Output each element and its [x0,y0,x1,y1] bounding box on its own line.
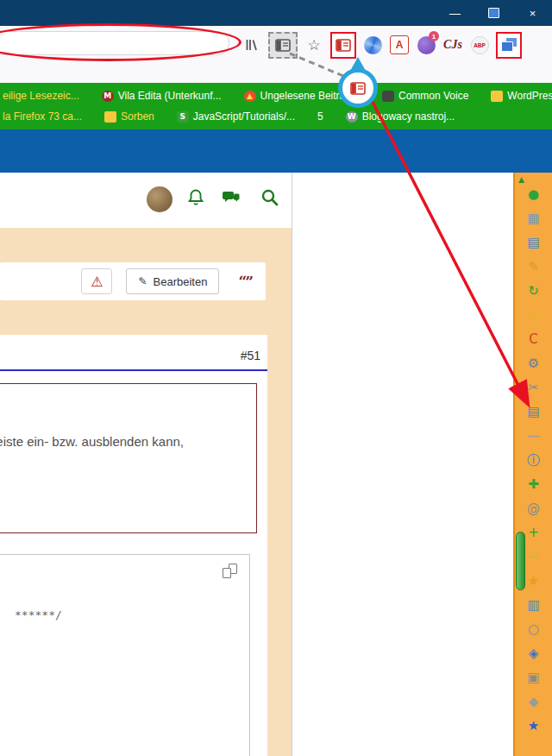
adblock-extension-button[interactable]: ABP [469,33,490,57]
close-button[interactable]: × [513,0,552,26]
bookmark-favicon: M [102,91,114,102]
sidebar-strip-icon[interactable]: ▤ [525,235,543,251]
sidebar-strip-icon[interactable]: @ [525,501,543,517]
reader-sidebar-extension-button[interactable] [330,32,356,59]
post-divider-rule [0,369,267,371]
window-stack-icon [500,36,518,54]
forum-background: ⚠ ✎ Bearbeiten “” #51 Leiste ein- bzw. a… [0,228,292,756]
edit-button[interactable]: ✎ Bearbeiten [126,268,219,294]
bookmark-item[interactable]: Common Voice [382,90,468,102]
bookmark-label: Common Voice [398,90,468,102]
sidebar-strip-icon[interactable]: + [525,525,543,541]
sidebar-strip-icon[interactable]: ○ [525,621,543,638]
sidebar-strip-icon[interactable]: ▦ [525,211,543,227]
purple-extension-button[interactable]: 1 [416,33,436,57]
bookmark-label: JavaScript/Tutorials/... [193,110,295,123]
notifications-bell-icon[interactable] [186,188,205,211]
library-icon[interactable] [242,33,262,57]
sidebar-strip-icon[interactable]: ✚ [525,476,543,493]
messages-icon[interactable] [221,191,242,210]
avatar[interactable] [147,186,172,212]
bookmark-label: 5 [317,110,323,123]
bookmark-item[interactable]: la Firefox 73 ca... [3,110,82,123]
report-warning-button[interactable]: ⚠ [81,268,112,294]
quote-button[interactable]: “” [233,272,257,291]
sidebar-icon-strip: ▲ ● ▦ ▤ ✎ ↻ ↓ C ⚙ ✂ ▤ — [513,173,552,756]
red-sidebar-icon [336,39,351,52]
bookmark-star-button[interactable]: ☆ [304,33,324,57]
search-icon[interactable] [260,188,279,211]
sidebar-icon [275,39,291,52]
bookmarks-row-1: eilige Lesezeic... M Vila Edita (Unterku… [0,88,552,104]
sidebar-strip-icon[interactable]: ↻ [525,283,543,299]
titlebar: — × [0,0,552,26]
sidebar-toolbar-button[interactable] [268,32,298,59]
url-bar[interactable] [0,31,229,55]
site-banner [0,129,552,173]
sidebar-strip-icon[interactable]: ✎ [525,259,543,275]
library-icon-glyph [245,38,259,52]
forum-column: ⚠ ✎ Bearbeiten “” #51 Leiste ein- bzw. a… [0,173,292,756]
bookmark-label: Sorben [121,110,154,123]
edit-button-label: Bearbeiten [154,275,208,288]
bookmark-favicon [491,91,503,102]
bookmark-favicon [382,91,394,102]
bookmark-item[interactable]: M Vila Edita (Unterkunf... [102,90,222,102]
browser-window: — × ☆ [0,0,552,756]
bookmarks-row-2: la Firefox 73 ca... Sorben S JavaScript/… [0,109,552,124]
sidebar-strip-icon[interactable]: ◈ [525,646,543,662]
quote-box: Leiste ein- bzw. ausblenden kann, [0,383,257,533]
bookmark-item[interactable]: S JavaScript/Tutorials/... [177,110,295,123]
bookmark-label: eilige Lesezeic... [3,90,79,102]
sidebar-strip-icon[interactable]: ⚙ [525,356,543,372]
blue-circle-extension-button[interactable] [362,33,383,57]
bookmark-label: Blogowacy nastroj... [362,110,455,123]
post-body: #51 Leiste ein- bzw. ausblenden kann, **… [0,335,267,756]
sidebar-strip-icon[interactable]: ↓ [525,307,543,324]
bookmark-label: la Firefox 73 ca... [3,110,82,123]
bookmark-favicon: W [346,111,358,123]
copy-code-icon[interactable] [223,564,239,580]
blank-panel [292,173,513,756]
bookmark-item[interactable]: eilige Lesezeic... [3,90,79,102]
code-block: ******/ [0,554,250,756]
sidebar-strip-icon[interactable]: ◆ [525,694,543,710]
cjs-icon: CJs [443,38,462,52]
maximize-button[interactable] [474,0,513,26]
bookmark-favicon: ▲ [244,91,256,102]
sidebar-strip-icon[interactable]: C [525,331,543,348]
navigation-toolbar: ☆ A 1 CJs [0,26,552,83]
bookmark-item[interactable]: WordPress [491,90,552,102]
sidebar-strip-icon[interactable]: ▥ [525,597,543,614]
cjs-extension-button[interactable]: CJs [442,33,463,57]
pencil-icon: ✎ [138,275,147,287]
bookmark-favicon [104,111,116,123]
bookmarks-bar: eilige Lesezeic... M Vila Edita (Unterku… [0,83,552,129]
bookmark-item[interactable]: 5 [317,110,323,123]
sidebar-strip-icon[interactable]: ▤ [525,404,543,420]
bookmark-favicon: S [177,111,189,123]
translate-extension-button[interactable]: A [389,33,410,57]
star-icon: ☆ [307,38,320,53]
sidebar-strip-icon[interactable]: − [525,549,543,565]
bookmark-item[interactable]: ▲ Ungelesene Beiträg... [244,90,360,102]
sidebar-strip-icon[interactable]: ⓘ [525,452,543,469]
sidebar-strip-icon[interactable]: — [525,428,543,444]
extension-badge: 1 [429,31,439,41]
scroll-up-arrow[interactable]: ▲ [518,175,524,184]
bookmark-label: Vila Edita (Unterkunf... [118,90,222,102]
sidebar-strip-icon[interactable]: ★ [525,573,543,589]
sidebar-strip-icon[interactable]: ✂ [525,380,543,396]
scrollbar-thumb[interactable] [516,532,525,590]
abp-icon: ABP [471,36,489,54]
post-number: #51 [0,335,267,369]
sidebar-strip-icon[interactable]: ★ [525,718,543,734]
bookmark-label: WordPress [507,90,552,102]
session-extension-button[interactable] [496,32,522,59]
blue-swirl-icon [364,36,382,54]
minimize-button[interactable]: — [436,0,474,26]
sidebar-strip-icon[interactable]: ● [525,186,543,203]
bookmark-item[interactable]: Sorben [104,110,154,123]
bookmark-item[interactable]: W Blogowacy nastroj... [346,110,455,123]
sidebar-strip-icon[interactable]: ▣ [525,670,543,686]
